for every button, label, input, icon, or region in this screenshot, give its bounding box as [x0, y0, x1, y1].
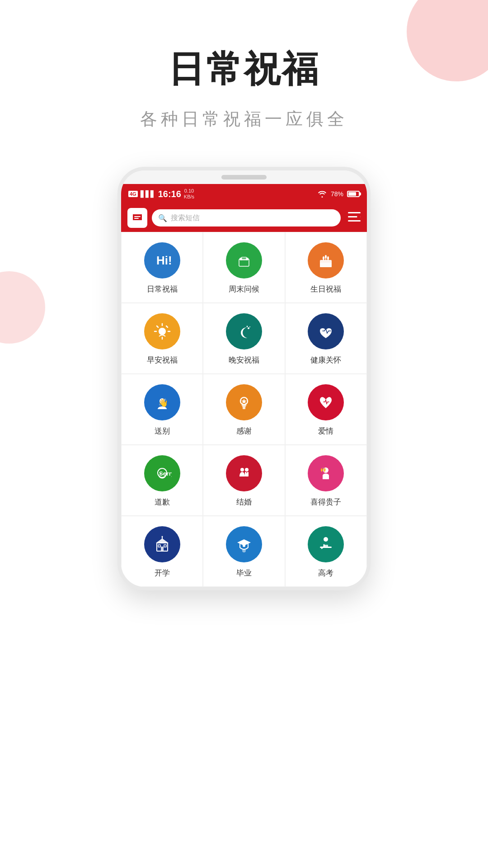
night-label: 晚安祝福 — [229, 355, 259, 365]
morning-icon — [144, 313, 180, 349]
category-birthday[interactable]: 生日祝福 — [285, 232, 367, 303]
category-night[interactable]: 晚安祝福 — [203, 303, 285, 374]
love-icon — [308, 384, 344, 420]
category-health[interactable]: 健康关怀 — [285, 303, 367, 374]
category-morning[interactable]: 早安祝福 — [121, 303, 203, 374]
category-farewell[interactable]: 👋 送别 — [121, 374, 203, 445]
svg-point-18 — [159, 328, 166, 335]
wifi-icon — [317, 190, 327, 198]
svg-rect-4 — [357, 216, 361, 217]
sms-logo — [127, 208, 147, 228]
graduation-label: 毕业 — [236, 568, 252, 578]
svg-marker-34 — [245, 405, 247, 407]
status-speed: 0.10 KB/s — [184, 188, 194, 200]
svg-line-23 — [157, 326, 158, 327]
baby-label: 喜得贵子 — [310, 497, 341, 507]
phone-notch — [121, 170, 367, 184]
battery-tip — [360, 193, 361, 196]
svg-rect-16 — [325, 259, 326, 260]
signal-bars: ▋▋▋ — [141, 190, 155, 198]
svg-point-38 — [163, 473, 164, 475]
category-school[interactable]: 开学 — [121, 516, 203, 587]
svg-rect-47 — [161, 547, 164, 551]
weekend-label: 周末问候 — [229, 284, 259, 294]
graduation-icon — [226, 526, 262, 562]
wedding-icon — [226, 455, 262, 491]
farewell-icon: 👋 — [144, 384, 180, 420]
svg-rect-3 — [348, 220, 361, 222]
gaokao-icon — [308, 526, 344, 562]
svg-text:🙌: 🙌 — [320, 467, 326, 472]
svg-point-37 — [160, 473, 161, 475]
phone-mockup: 4G ▋▋▋ 16:16 0.10 KB/s 78% — [117, 167, 371, 590]
school-label: 开学 — [155, 568, 170, 578]
svg-rect-15 — [323, 259, 324, 261]
category-baby[interactable]: 🙌 喜得贵子 — [285, 445, 367, 516]
app-toolbar: 🔍 搜索短信 — [121, 204, 367, 232]
wedding-label: 结婚 — [236, 497, 252, 507]
svg-point-40 — [245, 468, 249, 472]
svg-point-27 — [249, 326, 250, 327]
svg-point-13 — [325, 255, 327, 259]
svg-point-26 — [246, 326, 248, 327]
battery-icon — [347, 191, 360, 197]
birthday-label: 生日祝福 — [310, 284, 341, 294]
category-gaokao[interactable]: 高考 — [285, 516, 367, 587]
category-graduation[interactable]: 毕业 — [203, 516, 285, 587]
status-bar: 4G ▋▋▋ 16:16 0.10 KB/s 78% — [121, 184, 367, 204]
svg-rect-49 — [164, 545, 166, 547]
search-icon: 🔍 — [158, 214, 167, 222]
birthday-icon — [308, 242, 344, 278]
gaokao-label: 高考 — [318, 568, 333, 578]
baby-icon: 🙌 — [308, 455, 344, 491]
health-icon — [308, 313, 344, 349]
farewell-label: 送别 — [155, 426, 170, 436]
apology-icon: Sorry — [144, 455, 180, 491]
svg-point-55 — [324, 537, 328, 542]
health-label: 健康关怀 — [310, 355, 341, 365]
category-apology[interactable]: Sorry 道歉 — [121, 445, 203, 516]
battery-percent: 78% — [331, 190, 343, 198]
svg-rect-48 — [158, 545, 160, 547]
status-left: 4G ▋▋▋ 16:16 0.10 KB/s — [128, 188, 194, 200]
svg-text:Hi!: Hi! — [156, 254, 172, 267]
phone-wrapper: 4G ▋▋▋ 16:16 0.10 KB/s 78% — [0, 158, 488, 590]
svg-point-25 — [248, 327, 249, 329]
category-weekend[interactable]: 周末问候 — [203, 232, 285, 303]
svg-rect-32 — [243, 405, 245, 409]
search-placeholder: 搜索短信 — [171, 213, 200, 223]
svg-marker-46 — [156, 538, 169, 543]
svg-point-51 — [161, 536, 163, 538]
svg-point-54 — [242, 549, 246, 552]
category-wedding[interactable]: 结婚 — [203, 445, 285, 516]
signal-4g: 4G — [128, 191, 138, 197]
categories-grid: Hi! 日常祝福 周末问候 — [121, 232, 367, 587]
svg-rect-11 — [320, 263, 332, 267]
sms-logo-icon — [131, 211, 144, 225]
menu-icon[interactable] — [348, 211, 361, 225]
daily-label: 日常祝福 — [147, 284, 178, 294]
category-daily[interactable]: Hi! 日常祝福 — [121, 232, 203, 303]
apology-label: 道歉 — [155, 497, 170, 507]
svg-point-8 — [239, 258, 242, 260]
notch-bar — [221, 175, 267, 179]
thanks-icon — [226, 384, 262, 420]
svg-line-24 — [166, 326, 168, 327]
svg-point-39 — [240, 468, 244, 472]
status-right: 78% — [317, 190, 360, 198]
category-love[interactable]: 爱情 — [285, 374, 367, 445]
svg-point-9 — [246, 258, 249, 260]
thanks-label: 感谢 — [236, 426, 252, 436]
battery-fill — [348, 192, 356, 196]
morning-label: 早安祝福 — [147, 355, 178, 365]
night-icon — [226, 313, 262, 349]
svg-rect-17 — [328, 259, 328, 261]
svg-marker-31 — [241, 399, 247, 404]
svg-marker-33 — [241, 405, 243, 407]
category-thanks[interactable]: 感谢 — [203, 374, 285, 445]
status-time: 16:16 — [158, 189, 181, 199]
svg-rect-57 — [324, 545, 328, 547]
search-bar[interactable]: 🔍 搜索短信 — [152, 209, 341, 226]
svg-point-53 — [243, 544, 245, 547]
svg-text:👋: 👋 — [158, 398, 169, 408]
